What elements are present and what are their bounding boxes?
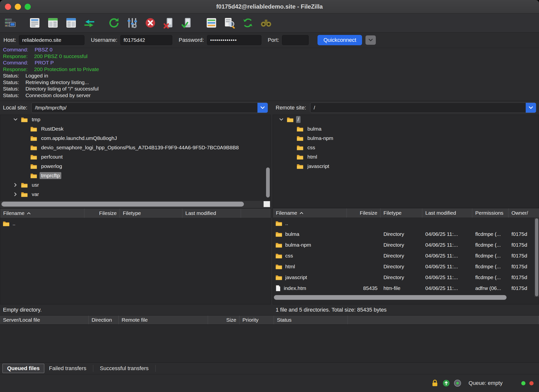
col-size[interactable]: Size xyxy=(208,316,239,324)
local-tree-horizontal-scrollbar[interactable] xyxy=(0,200,271,208)
col-filename[interactable]: Filename xyxy=(0,209,84,218)
folder-icon xyxy=(297,145,303,151)
local-site-dropdown-icon[interactable] xyxy=(257,103,268,113)
directory-comparison-icon[interactable] xyxy=(222,16,237,30)
col-last-modified[interactable]: Last modified xyxy=(182,209,241,218)
file-row-parent-dir[interactable]: .. xyxy=(273,218,539,229)
tree-item-javascript[interactable]: javascript xyxy=(273,162,539,171)
file-row-css[interactable]: css Directory 04/06/25 11:... flcdmpe (.… xyxy=(273,250,539,261)
tree-item-tmprcftp[interactable]: tmprcftp xyxy=(0,171,270,180)
cancel-operation-icon[interactable] xyxy=(143,16,158,30)
tree-item-perfcount[interactable]: perfcount xyxy=(0,152,270,162)
status-badge-icon[interactable] xyxy=(443,379,450,387)
status-badge-secondary-icon[interactable] xyxy=(454,379,461,387)
scrollbar-thumb[interactable] xyxy=(274,295,507,300)
tree-item-root[interactable]: / xyxy=(273,115,539,124)
file-row-html[interactable]: html Directory 04/06/25 11:... flcdmpe (… xyxy=(273,261,539,272)
col-direction[interactable]: Direction xyxy=(89,316,119,324)
local-tree-toggle-icon[interactable] xyxy=(46,16,60,30)
log-line: Status:Directory listing of "/" successf… xyxy=(3,86,539,92)
tree-item-powerlog[interactable]: powerlog xyxy=(0,162,270,171)
scrollbar-thumb[interactable] xyxy=(535,218,538,296)
tree-item-var[interactable]: var xyxy=(0,190,270,199)
local-site-combo[interactable]: /tmp/tmprcftp/ xyxy=(31,103,268,113)
col-filesize[interactable]: Filesize xyxy=(347,208,380,218)
col-filename[interactable]: Filename xyxy=(273,208,347,218)
tab-queued-files[interactable]: Queued files xyxy=(2,364,44,373)
disconnect-icon[interactable] xyxy=(161,16,176,30)
col-last-modified[interactable]: Last modified xyxy=(422,208,472,218)
zoom-button[interactable] xyxy=(25,4,31,10)
title-bar[interactable]: f0175d42@reliabledemo.site - FileZilla xyxy=(0,0,539,14)
col-filetype[interactable]: Filetype xyxy=(380,208,422,218)
col-permissions[interactable]: Permissions xyxy=(472,208,508,218)
col-status[interactable]: Status xyxy=(274,316,348,324)
tab-successful-transfers[interactable]: Successful transfers xyxy=(95,364,153,373)
quickconnect-button[interactable]: Quickconnect xyxy=(317,35,362,45)
remote-list-vertical-scrollbar[interactable] xyxy=(535,218,539,297)
remote-list-horizontal-scrollbar[interactable] xyxy=(273,295,538,301)
local-directory-tree: tmp RustDesk com.apple.launchd.umQ8u8ogh… xyxy=(0,115,271,200)
folder-icon xyxy=(275,275,282,280)
directory-listing-filter-icon[interactable] xyxy=(204,16,219,30)
port-input[interactable] xyxy=(282,35,309,45)
col-owner[interactable]: Owner/ xyxy=(508,208,539,218)
folder-icon xyxy=(21,117,28,122)
quickconnect-dropdown-button[interactable] xyxy=(365,35,376,45)
synchronized-browsing-icon[interactable] xyxy=(241,16,255,30)
tree-item-usr[interactable]: usr xyxy=(0,180,270,190)
chevron-right-icon[interactable] xyxy=(13,183,18,187)
tree-item-com-apple-launchd[interactable]: com.apple.launchd.umQ8u8oghJ xyxy=(0,134,270,143)
col-server-local-file[interactable]: Server/Local file xyxy=(0,316,89,324)
col-filesize[interactable]: Filesize xyxy=(84,209,120,218)
log-line: Response:200 Protection set to Private xyxy=(3,66,539,73)
process-queue-icon[interactable] xyxy=(125,16,139,30)
chevron-right-icon[interactable] xyxy=(13,192,18,196)
file-name: html xyxy=(285,264,295,270)
file-row-bulma[interactable]: bulma Directory 04/06/25 11:... flcdmpe … xyxy=(273,229,539,240)
file-row-parent-dir[interactable]: .. xyxy=(0,218,270,229)
tree-item-bulma-npm[interactable]: bulma-npm xyxy=(273,134,539,143)
site-manager-icon[interactable] xyxy=(3,16,17,30)
folder-icon xyxy=(30,164,37,169)
remote-tree-toggle-icon[interactable] xyxy=(64,16,78,30)
pane-splitter[interactable] xyxy=(271,101,273,315)
message-log-toggle-icon[interactable] xyxy=(28,16,42,30)
chevron-down-icon[interactable] xyxy=(278,118,284,121)
host-input[interactable] xyxy=(19,35,84,45)
password-input[interactable] xyxy=(207,35,261,45)
chevron-down-icon[interactable] xyxy=(13,118,18,121)
folder-icon xyxy=(21,182,28,188)
file-row-bulma-npm[interactable]: bulma-npm Directory 04/06/25 11:... flcd… xyxy=(273,240,539,250)
remote-site-combo[interactable]: / xyxy=(310,103,536,113)
scrollbar-thumb[interactable] xyxy=(1,202,244,207)
file-row-javascript[interactable]: javascript Directory 04/06/25 11:... flc… xyxy=(273,272,539,283)
minimize-button[interactable] xyxy=(15,4,21,10)
encryption-lock-icon[interactable] xyxy=(431,379,439,387)
tree-item-devio-semaphore[interactable]: devio_semaphore_logi_hpp_OptionsPlus_A7D… xyxy=(0,143,270,152)
close-button[interactable] xyxy=(5,4,11,10)
reconnect-icon[interactable] xyxy=(180,16,194,30)
tree-item-rustdesk[interactable]: RustDesk xyxy=(0,124,270,134)
tree-item-label: powerlog xyxy=(40,163,63,170)
filezilla-window: f0175d42@reliabledemo.site - FileZilla H… xyxy=(0,0,539,392)
local-tree-vertical-scrollbar[interactable] xyxy=(266,167,270,197)
file-name: bulma-npm xyxy=(285,242,311,248)
tree-item-html[interactable]: html xyxy=(273,152,539,162)
file-row-index-htm[interactable]: index.htm 85435 htm-file 04/06/25 11:...… xyxy=(273,283,539,294)
tree-item-label: tmp xyxy=(30,116,42,123)
find-files-icon[interactable] xyxy=(259,16,273,30)
tree-item-bulma[interactable]: bulma xyxy=(273,124,539,134)
remote-site-dropdown-icon[interactable] xyxy=(526,103,536,113)
col-remote-file[interactable]: Remote file xyxy=(119,316,208,324)
tab-separator xyxy=(155,365,156,372)
col-filetype[interactable]: Filetype xyxy=(120,209,182,218)
remote-site-label: Remote site: xyxy=(276,105,306,111)
username-input[interactable] xyxy=(120,35,172,45)
col-priority[interactable]: Priority xyxy=(239,316,274,324)
transfer-queue-toggle-icon[interactable] xyxy=(82,16,96,30)
tree-item-tmp[interactable]: tmp xyxy=(0,115,270,124)
refresh-icon[interactable] xyxy=(107,16,121,30)
tab-failed-transfers[interactable]: Failed transfers xyxy=(44,364,91,373)
tree-item-css[interactable]: css xyxy=(273,143,539,152)
